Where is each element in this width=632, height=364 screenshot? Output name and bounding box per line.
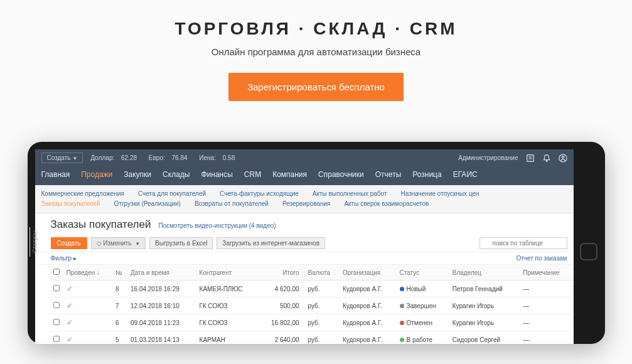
cell-date: 01.03.2018 14:13 <box>128 331 197 345</box>
subnav-item[interactable]: Назначение отпускных цен <box>400 189 479 199</box>
column-header[interactable]: Дата и время <box>128 265 197 281</box>
cell-status: Отменен <box>397 314 450 331</box>
posted-check-icon: ✓ <box>67 318 73 327</box>
nav-компания[interactable]: Компания <box>272 170 307 179</box>
topbar-create-label: Создать <box>47 154 71 161</box>
subnav-item[interactable]: Счета-фактуры исходящие <box>220 189 299 199</box>
posted-check-icon: ✓ <box>67 335 73 344</box>
cell-contractor: КАРМАН <box>197 331 259 345</box>
row-checkbox[interactable] <box>53 285 60 291</box>
row-checkbox[interactable] <box>53 302 60 308</box>
change-button[interactable]: ◇ Изменить ▼ <box>91 237 146 249</box>
cell-date: 09.04.2018 11:23 <box>128 314 197 331</box>
main-nav: ГлавнаяПродажиЗакупкиСкладыФинансыCRMКом… <box>35 166 574 185</box>
search-input[interactable] <box>479 237 567 249</box>
cell-status: Новый <box>397 281 450 297</box>
cell-num: 7 <box>113 297 128 314</box>
column-header[interactable]: Владелец <box>450 265 521 281</box>
cell-total: 2 640,00 <box>259 331 306 345</box>
page-title: Заказы покупателей <box>51 218 151 231</box>
column-header[interactable]: Организация <box>340 265 397 281</box>
video-instructions-link[interactable]: Посмотреть видео-инструкции (4 видео) <box>158 222 276 229</box>
export-excel-button[interactable]: Выгрузить в Excel <box>149 237 213 249</box>
column-header[interactable]: Статус <box>397 265 450 281</box>
subnav-item[interactable]: Акты сверок взаиморасчетов <box>344 199 429 209</box>
cell-currency: руб. <box>306 297 340 314</box>
cell-contractor: КАМЕЯ-ПЛЮС <box>197 281 259 297</box>
cell-status: Завершен <box>397 297 450 314</box>
subnav-item[interactable]: Заказы покупателей <box>41 199 100 209</box>
nav-отчеты[interactable]: Отчеты <box>375 170 401 179</box>
cell-num: 8 <box>113 281 128 297</box>
cell-total: 500,00 <box>259 297 306 314</box>
cell-org: Кудояров А.Г. <box>340 331 397 345</box>
cell-org: Кудояров А.Г. <box>340 314 397 331</box>
column-header[interactable]: № <box>113 265 128 281</box>
admin-link[interactable]: Администрирование <box>458 154 518 161</box>
nav-финансы[interactable]: Финансы <box>201 170 232 179</box>
cell-owner: Курагин Игорь <box>450 314 521 331</box>
subnav-item[interactable]: Отгрузки (Реализации) <box>114 199 181 209</box>
nav-crm[interactable]: CRM <box>244 170 261 179</box>
cell-note: — <box>520 297 573 314</box>
register-button[interactable]: Зарегистрироваться бесплатно <box>228 73 404 101</box>
column-header[interactable]: Итого <box>259 265 306 281</box>
subnav-item[interactable]: Акты выполненных работ <box>313 189 387 199</box>
import-shops-button[interactable]: Загрузить из интернет-магазинов <box>217 237 325 249</box>
feed-icon[interactable] <box>526 154 535 163</box>
column-header[interactable]: Примечание <box>520 265 573 281</box>
select-all-checkbox[interactable] <box>53 269 60 275</box>
cell-owner: Курагин Игорь <box>450 297 521 314</box>
cell-status: В работе <box>397 331 450 345</box>
table-row[interactable]: ✓712.04.2018 16:10ГК СОЮЗ500,00руб.Кудоя… <box>49 297 574 314</box>
filter-link[interactable]: Фильтр ▸ <box>51 255 77 262</box>
cell-note: — <box>520 314 573 331</box>
nav-закупки[interactable]: Закупки <box>124 170 151 179</box>
cell-contractor: ГК СОЮЗ <box>197 314 259 331</box>
create-button[interactable]: Создать <box>51 237 87 249</box>
cell-owner: Сидоров Сергей <box>450 331 521 345</box>
column-header[interactable]: Валюта <box>306 265 340 281</box>
nav-справочники[interactable]: Справочники <box>318 170 364 179</box>
cell-date: 12.04.2018 16:10 <box>128 297 197 314</box>
cell-note: — <box>520 331 573 345</box>
nav-егаис[interactable]: ЕГАИС <box>453 170 478 179</box>
row-checkbox[interactable] <box>53 336 60 342</box>
subnav-item[interactable]: Счета для покупателей <box>138 189 206 199</box>
cell-owner: Петров Геннадий <box>450 281 521 297</box>
cell-total: 4 620,00 <box>259 281 306 297</box>
subnav-item[interactable]: Коммерческие предложения <box>41 189 124 199</box>
bell-icon[interactable] <box>542 154 551 163</box>
orders-table: Проведен ↓№Дата и времяКонтрагентИтогоВа… <box>49 265 574 344</box>
cell-date: 16.04.2018 16:29 <box>128 281 197 297</box>
nav-розница[interactable]: Розница <box>412 170 441 179</box>
table-row[interactable]: ✓816.04.2018 16:29КАМЕЯ-ПЛЮС4 620,00руб.… <box>49 281 574 297</box>
column-header[interactable]: Контрагент <box>197 265 259 281</box>
column-header[interactable]: Проведен ↓ <box>64 265 114 281</box>
nav-главная[interactable]: Главная <box>41 170 70 179</box>
row-checkbox[interactable] <box>53 319 60 325</box>
posted-check-icon: ✓ <box>67 301 73 310</box>
cell-num: 5 <box>113 331 128 345</box>
cell-num: 6 <box>113 314 128 331</box>
cell-currency: руб. <box>306 331 340 345</box>
hero-title: ТОРГОВЛЯ · СКЛАД · CRM <box>0 19 632 39</box>
orders-report-link[interactable]: Отчет по заказам <box>516 255 567 262</box>
cell-note: — <box>520 281 573 297</box>
svg-point-3 <box>546 160 547 161</box>
table-row[interactable]: ✓501.03.2018 14:13КАРМАН2 640,00руб.Кудо… <box>49 331 574 345</box>
subnav-item[interactable]: Возвраты от покупателей <box>195 199 269 209</box>
subnav-item[interactable]: Резервирования <box>282 199 330 209</box>
cell-currency: руб. <box>306 314 340 331</box>
cell-currency: руб. <box>306 281 340 297</box>
user-icon[interactable] <box>559 154 567 163</box>
cell-org: Кудояров А.Г. <box>340 281 397 297</box>
nav-склады[interactable]: Склады <box>163 170 190 179</box>
posted-check-icon: ✓ <box>67 284 73 293</box>
chevron-down-icon: ▼ <box>73 156 78 161</box>
topbar-create-button[interactable]: Создать▼ <box>41 153 83 163</box>
table-row[interactable]: ✓609.04.2018 11:23ГК СОЮЗ16 802,00руб.Ку… <box>49 314 574 331</box>
tablet-home-button[interactable] <box>580 243 597 260</box>
svg-point-5 <box>562 156 564 158</box>
nav-продажи[interactable]: Продажи <box>81 170 112 179</box>
